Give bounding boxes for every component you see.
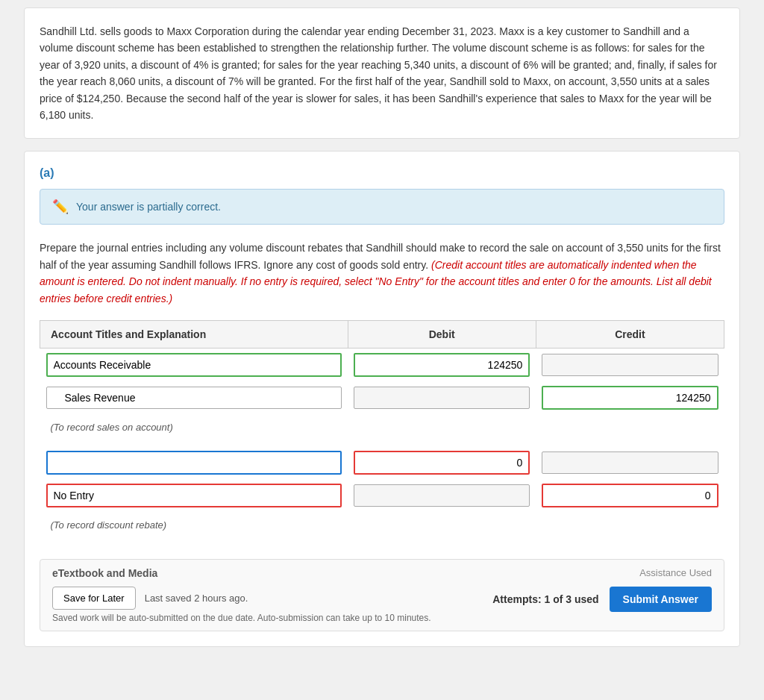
table-row	[40, 446, 724, 479]
note-row-2: (To record discount rebate)	[40, 512, 724, 544]
account-input-sr[interactable]	[46, 387, 342, 409]
problem-text: Sandhill Ltd. sells goods to Maxx Corpor…	[40, 23, 724, 123]
etextbook-label: eTextbook and Media	[52, 567, 157, 579]
journal-table: Account Titles and Explanation Debit Cre…	[40, 320, 724, 544]
credit-input-sr[interactable]	[542, 386, 718, 410]
table-row	[40, 381, 724, 414]
pencil-icon: ✏️	[52, 199, 69, 215]
last-saved-text: Last saved 2 hours ago.	[145, 593, 248, 604]
account-input-noentry[interactable]	[46, 484, 342, 507]
instructions-text: Prepare the journal entries including an…	[40, 240, 724, 307]
submit-answer-button[interactable]: Submit Answer	[610, 587, 712, 612]
footer-top: eTextbook and Media Assistance Used	[52, 567, 712, 579]
col-header-debit: Debit	[348, 320, 536, 348]
partial-correct-alert: ✏️ Your answer is partially correct.	[40, 189, 724, 225]
note-text-2: (To record discount rebate)	[51, 519, 718, 531]
submit-section: Attempts: 1 of 3 used Submit Answer	[492, 587, 712, 612]
table-row	[40, 348, 724, 381]
debit-input-ar[interactable]	[354, 353, 530, 377]
footer-bar: eTextbook and Media Assistance Used Save…	[40, 559, 724, 631]
save-for-later-button[interactable]: Save for Later	[52, 587, 136, 610]
assistance-label: Assistance Used	[639, 567, 712, 578]
attempts-text: Attempts: 1 of 3 used	[492, 593, 598, 605]
table-row	[40, 479, 724, 512]
credit-input-ar[interactable]	[542, 354, 718, 376]
debit-input-noentry[interactable]	[354, 484, 530, 507]
note-text-1: (To record sales on account)	[51, 422, 718, 433]
credit-input-empty[interactable]	[542, 451, 718, 474]
col-header-account: Account Titles and Explanation	[40, 320, 348, 348]
save-section: Save for Later Last saved 2 hours ago. S…	[52, 587, 431, 623]
section-card: (a) ✏️ Your answer is partially correct.…	[24, 151, 740, 647]
problem-card: Sandhill Ltd. sells goods to Maxx Corpor…	[24, 7, 740, 139]
auto-submit-note: Saved work will be auto-submitted on the…	[52, 613, 431, 623]
debit-input-empty[interactable]	[354, 451, 530, 475]
col-header-credit: Credit	[536, 320, 724, 348]
debit-input-sr[interactable]	[354, 387, 530, 409]
account-input-empty[interactable]	[46, 451, 342, 475]
account-input-ar[interactable]	[46, 353, 342, 377]
footer-bottom: Save for Later Last saved 2 hours ago. S…	[52, 587, 712, 623]
section-label: (a)	[40, 166, 724, 180]
note-row-1: (To record sales on account)	[40, 414, 724, 446]
alert-text: Your answer is partially correct.	[76, 201, 221, 213]
credit-input-noentry[interactable]	[542, 484, 718, 507]
